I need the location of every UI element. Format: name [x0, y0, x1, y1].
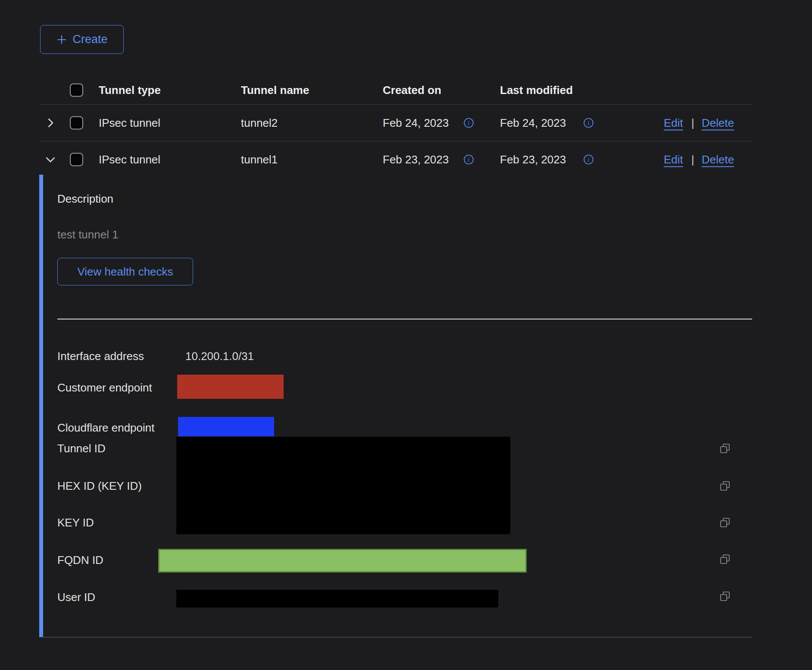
table-row: IPsec tunnel tunnel2 Feb 24, 2023 i Feb …: [40, 104, 752, 141]
tunnel-type-cell: IPsec tunnel: [99, 153, 160, 166]
create-button-label: Create: [72, 33, 107, 46]
copy-hex-id-button[interactable]: [719, 480, 731, 492]
copy-user-id-button[interactable]: [719, 590, 731, 602]
copy-icon: [719, 590, 731, 602]
edit-link[interactable]: Edit: [664, 153, 683, 166]
header-created-on: Created on: [383, 83, 441, 97]
copy-key-id-button[interactable]: [719, 517, 731, 529]
info-icon[interactable]: i: [583, 117, 594, 128]
info-icon[interactable]: i: [583, 154, 594, 165]
user-id-label: User ID: [57, 591, 95, 604]
copy-icon: [719, 517, 731, 529]
delete-link[interactable]: Delete: [702, 116, 734, 129]
user-id-redacted-value: [176, 590, 498, 607]
ids-redacted-block: [176, 437, 510, 534]
fqdn-id-label: FQDN ID: [57, 554, 103, 567]
header-last-modified: Last modified: [500, 83, 573, 97]
header-tunnel-name: Tunnel name: [241, 83, 309, 97]
table-row: IPsec tunnel tunnel1 Feb 23, 2023 i Feb …: [40, 141, 752, 178]
row-checkbox[interactable]: [70, 153, 83, 166]
chevron-right-icon: [44, 116, 57, 129]
plus-icon: [56, 34, 67, 45]
copy-icon: [719, 553, 731, 565]
interface-address-value: 10.200.1.0/31: [185, 350, 254, 363]
copy-tunnel-id-button[interactable]: [719, 442, 731, 454]
edit-link[interactable]: Edit: [664, 116, 683, 129]
svg-text:i: i: [588, 157, 590, 163]
delete-link[interactable]: Delete: [702, 153, 734, 166]
cloudflare-endpoint-redacted-value: [178, 417, 274, 436]
created-on-cell: Feb 23, 2023: [383, 153, 449, 166]
info-icon[interactable]: i: [463, 117, 474, 128]
actions-separator: |: [691, 116, 694, 129]
details-divider: [57, 319, 752, 319]
customer-endpoint-redacted-value: [177, 375, 284, 399]
customer-endpoint-label: Customer endpoint: [57, 381, 152, 394]
copy-icon: [719, 442, 731, 454]
tunnel-id-label: Tunnel ID: [57, 442, 106, 455]
copy-fqdn-id-button[interactable]: [719, 553, 731, 565]
tunnels-page: Create Tunnel type Tunnel name Created o…: [0, 0, 812, 670]
last-modified-cell: Feb 23, 2023: [500, 153, 566, 166]
info-icon[interactable]: i: [463, 154, 474, 165]
header-tunnel-type: Tunnel type: [99, 83, 161, 97]
view-health-checks-button[interactable]: View health checks: [57, 258, 193, 285]
hex-id-label: HEX ID (KEY ID): [57, 479, 142, 493]
create-button[interactable]: Create: [40, 25, 124, 54]
tunnel-name-cell: tunnel2: [241, 116, 278, 129]
description-value: test tunnel 1: [57, 228, 119, 241]
tunnel-name-cell: tunnel1: [241, 153, 278, 166]
last-modified-cell: Feb 24, 2023: [500, 116, 566, 129]
svg-text:i: i: [468, 120, 470, 126]
chevron-down-icon: [44, 153, 57, 166]
collapse-row-button[interactable]: [44, 153, 57, 166]
expanded-row-indicator-bar: [39, 175, 43, 637]
created-on-cell: Feb 24, 2023: [383, 116, 449, 129]
key-id-label: KEY ID: [57, 516, 94, 529]
expanded-row-bottom-divider: [40, 637, 752, 638]
svg-text:i: i: [468, 157, 470, 163]
description-label: Description: [57, 192, 113, 206]
copy-icon: [719, 480, 731, 492]
table-header-row: Tunnel type Tunnel name Created on Last …: [40, 75, 752, 105]
cloudflare-endpoint-label: Cloudflare endpoint: [57, 421, 155, 435]
expand-row-button[interactable]: [44, 116, 57, 129]
tunnel-type-cell: IPsec tunnel: [99, 116, 160, 129]
svg-text:i: i: [588, 120, 590, 126]
row-checkbox[interactable]: [70, 116, 83, 129]
actions-separator: |: [691, 153, 694, 166]
select-all-checkbox[interactable]: [70, 83, 83, 97]
fqdn-id-redacted-value: [158, 549, 527, 573]
interface-address-label: Interface address: [57, 350, 144, 363]
